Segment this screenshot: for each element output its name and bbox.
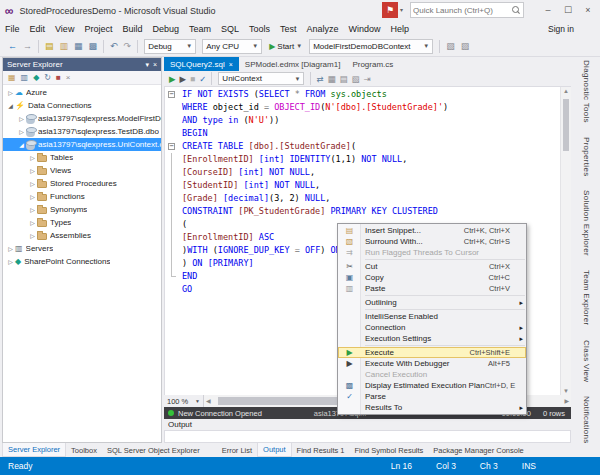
connect-sharepoint-icon[interactable]: ◆ <box>31 73 41 82</box>
redo-icon[interactable]: ↷ <box>121 41 135 51</box>
tab-spmodel-edmx-diagram1[interactable]: SPModel.edmx [Diagram1] <box>239 57 347 71</box>
database-combo[interactable]: UniContext▼ <box>218 72 304 85</box>
menu-debug[interactable]: Debug <box>147 24 184 34</box>
sidebar-tab-class-view[interactable]: Class View <box>582 340 591 382</box>
tree-item-asia13797-sqlexpress-unicontext-dbo[interactable]: ◢asia13797\sqlexpress.UniContext.dbo <box>3 138 161 151</box>
tab-sql-server-object-explorer[interactable]: SQL Server Object Explorer <box>102 443 205 457</box>
expand-arrow-icon[interactable]: ▷ <box>28 167 37 174</box>
tab-sqlquery2-sql[interactable]: SQLQuery2.sql× <box>164 57 239 71</box>
execute-icon[interactable]: ▶ <box>167 74 178 84</box>
scroll-left-icon[interactable]: ◀ <box>206 397 211 404</box>
tab-toolbox[interactable]: Toolbox <box>66 443 102 457</box>
expand-arrow-icon[interactable]: ▷ <box>28 219 37 226</box>
expand-arrow-icon[interactable]: ▷ <box>28 206 37 213</box>
fold-toggle-icon[interactable]: − <box>168 143 175 150</box>
menu-view[interactable]: View <box>50 24 79 34</box>
output-panel-header[interactable]: Output <box>164 419 571 430</box>
undo-icon[interactable]: ↶ <box>107 41 121 51</box>
context-menu-item-surround-with[interactable]: ▧Surround With...Ctrl+K, Ctrl+S <box>338 236 526 247</box>
context-menu-item-outlining[interactable]: Outlining▸ <box>338 297 526 308</box>
tree-item-functions[interactable]: ▷Functions <box>3 190 161 203</box>
context-menu-item-parse[interactable]: ✓Parse <box>338 391 526 402</box>
tab-package-manager-console[interactable]: Package Manager Console <box>428 443 528 457</box>
parse-icon[interactable]: ✓ <box>197 74 208 84</box>
find-in-files-icon[interactable]: ▨ <box>458 41 473 51</box>
expand-arrow-icon[interactable]: ▷ <box>17 128 26 135</box>
sidebar-tab-diagnostic-tools[interactable]: Diagnostic Tools <box>582 60 591 123</box>
context-menu-item-paste[interactable]: ▥PasteCtrl+V <box>338 283 526 294</box>
context-menu-item-copy[interactable]: ▣CopyCtrl+C <box>338 272 526 283</box>
solution-config-combo[interactable]: Debug▼ <box>144 39 196 54</box>
expand-arrow-icon[interactable]: ▷ <box>6 89 15 96</box>
comment-icon[interactable]: ▧ <box>350 74 362 84</box>
tree-item-sharepoint-connections[interactable]: ▷◆SharePoint Connections <box>3 255 161 268</box>
sidebar-tab-team-explorer[interactable]: Team Explorer <box>582 270 591 325</box>
collapse-arrow-icon[interactable]: ◢ <box>17 141 26 148</box>
close-tab-icon[interactable]: × <box>229 61 233 68</box>
context-menu-item-insert-snippet[interactable]: ▤Insert Snippet...Ctrl+K, Ctrl+X <box>338 225 526 236</box>
tree-item-stored-procedures[interactable]: ▷Stored Procedures <box>3 177 161 190</box>
menu-help[interactable]: Help <box>386 24 415 34</box>
menu-build[interactable]: Build <box>117 24 147 34</box>
connect-server-icon[interactable]: ▥ <box>19 73 31 82</box>
minimize-button[interactable]: – <box>538 0 558 20</box>
search-icon[interactable] <box>511 5 521 15</box>
context-menu-item-execute[interactable]: ▶ExecuteCtrl+Shift+E <box>338 347 526 358</box>
context-menu-item-cut[interactable]: ✂CutCtrl+X <box>338 261 526 272</box>
pin-icon[interactable]: ▾ <box>145 61 149 69</box>
close-button[interactable]: × <box>578 0 598 20</box>
tab-output[interactable]: Output <box>257 443 292 457</box>
change-connection-icon[interactable]: ⇄ <box>314 74 325 84</box>
scroll-down-icon[interactable]: ▼ <box>561 388 571 394</box>
scroll-up-icon[interactable]: ▲ <box>561 88 571 94</box>
open-file-icon[interactable]: ▥ <box>57 41 72 51</box>
connect-database-icon[interactable]: ▦ <box>6 73 18 82</box>
tree-item-synonyms[interactable]: ▷Synonyms <box>3 203 161 216</box>
tree-item-tables[interactable]: ▷Tables <box>3 151 161 164</box>
title-bar[interactable]: ∞ StoredProceduresDemo - Microsoft Visua… <box>0 0 600 21</box>
expand-arrow-icon[interactable]: ▷ <box>6 258 15 265</box>
menu-team[interactable]: Team <box>184 24 216 34</box>
results-grid-icon[interactable]: ▦ <box>325 74 337 84</box>
expand-arrow-icon[interactable]: ▷ <box>28 232 37 239</box>
platform-combo[interactable]: Any CPU▼ <box>202 39 262 54</box>
tab-program-cs[interactable]: Program.cs <box>346 57 399 71</box>
notifications-flag-icon[interactable]: ⚑ <box>382 2 398 18</box>
vertical-scrollbar[interactable]: ▲ ▼ <box>560 87 571 395</box>
panel-header[interactable]: Server Explorer ▾× <box>3 58 161 71</box>
indent-icon[interactable]: ⇥ <box>362 74 373 84</box>
context-menu-item-execution-settings[interactable]: Execution Settings▸ <box>338 333 526 344</box>
menu-edit[interactable]: Edit <box>25 24 51 34</box>
context-menu-item-intellisense-enabled[interactable]: IntelliSense Enabled <box>338 311 526 322</box>
navigate-forward-icon[interactable]: → <box>20 41 35 51</box>
results-text-icon[interactable]: ▤ <box>338 74 350 84</box>
context-menu-item-run-flagged-threads-to-cursor[interactable]: ⇉Run Flagged Threads To Cursor <box>338 247 526 258</box>
context-menu-item-results-to[interactable]: Results To▸ <box>338 402 526 413</box>
tab-server-explorer[interactable]: Server Explorer <box>2 443 66 457</box>
tree-item-assemblies[interactable]: ▷Assemblies <box>3 229 161 242</box>
signin-button[interactable]: Sign in <box>548 24 574 34</box>
quick-launch-input[interactable] <box>413 6 511 15</box>
tree-item-asia13797-sqlexpress-testdb-dbo[interactable]: ▷asia13797\sqlexpress.TestDB.dbo <box>3 125 161 138</box>
expand-arrow-icon[interactable]: ▷ <box>28 154 37 161</box>
expand-arrow-icon[interactable]: ▷ <box>28 193 37 200</box>
cancel-query-icon[interactable]: ■ <box>188 74 197 84</box>
delete-icon[interactable]: × <box>64 73 73 82</box>
tree-item-types[interactable]: ▷Types <box>3 216 161 229</box>
context-menu-item-connection[interactable]: Connection▸ <box>338 322 526 333</box>
output-panel-body[interactable] <box>164 430 571 443</box>
context-menu-item-display-estimated-execution-plan[interactable]: ▩Display Estimated Execution PlanCtrl+D,… <box>338 380 526 391</box>
sidebar-tab-properties[interactable]: Properties <box>582 137 591 176</box>
attach-process-icon[interactable]: ▧ <box>443 41 458 51</box>
context-menu-item-execute-with-debugger[interactable]: ▶Execute With DebuggerAlt+F5 <box>338 358 526 369</box>
sidebar-tab-solution-explorer[interactable]: Solution Explorer <box>582 190 591 256</box>
tab-find-results-1[interactable]: Find Results 1 <box>292 443 350 457</box>
menu-window[interactable]: Window <box>344 24 386 34</box>
navigate-back-icon[interactable]: ← <box>5 41 20 51</box>
db-context-combo[interactable]: ModelFirstDemoDBContext▼ <box>309 39 433 54</box>
close-panel-icon[interactable]: × <box>153 61 157 69</box>
tab-error-list[interactable]: Error List <box>217 443 257 457</box>
scrollbar-thumb[interactable] <box>563 99 569 151</box>
refresh-icon[interactable]: ↻ <box>42 73 53 82</box>
menu-tools[interactable]: Tools <box>244 24 275 34</box>
